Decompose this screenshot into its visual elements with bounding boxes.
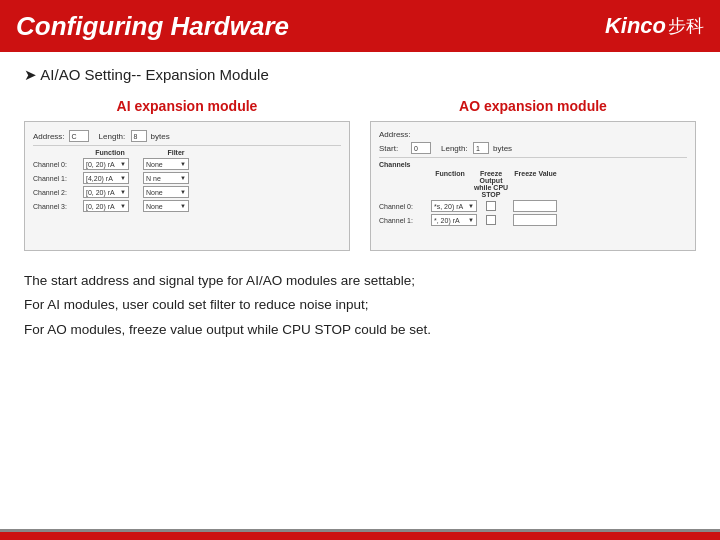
ao-length-value: 1 <box>473 142 489 154</box>
bottom-text-1: The start address and signal type for AI… <box>24 269 696 293</box>
ai-module-label: AI expansion module <box>117 98 258 114</box>
ai-bytes-label: bytes <box>151 132 179 141</box>
ao-ch0-row: Channel 0: *s, 20) rA▼ <box>379 200 687 212</box>
ao-ch1-freeze-value <box>513 214 557 226</box>
ao-ch0-checkbox <box>486 201 496 211</box>
ai-ch2-filter: None▼ <box>143 186 189 198</box>
ai-filter-header: Filter <box>151 149 201 156</box>
ao-ch1-label: Channel 1: <box>379 217 429 224</box>
ao-channels-header: Channels <box>379 161 687 168</box>
ai-ch0-label: Channel 0: <box>33 161 79 168</box>
ai-ch0-function: [0, 20) rA▼ <box>83 158 129 170</box>
ai-address-value: C <box>69 130 89 142</box>
ao-col-blank <box>379 170 429 198</box>
ai-ch3-label: Channel 3: <box>33 203 79 210</box>
ai-length-label: Length: <box>99 132 127 141</box>
ai-ch1-label: Channel 1: <box>33 175 79 182</box>
ai-ch3-function: [0, 20) rA▼ <box>83 200 129 212</box>
ai-ch2-label: Channel 2: <box>33 189 79 196</box>
ao-ch1-checkbox <box>486 215 496 225</box>
ai-module-col: AI expansion module Address: C Length: 8… <box>24 98 350 251</box>
ai-ch1-filter: N ne▼ <box>143 172 189 184</box>
logo-kinco: Kinco <box>605 13 666 39</box>
bottom-text-3: For AO modules, freeze value output whil… <box>24 318 696 342</box>
ai-length-value: 8 <box>131 130 147 142</box>
ao-col-freeze: Freeze Output while CPU STOP <box>471 170 511 198</box>
ao-ch1-function: *, 20) rA▼ <box>431 214 477 226</box>
ao-col-function: Function <box>431 170 469 198</box>
ai-address-label: Address: <box>33 132 65 141</box>
ai-ch0-filter: None▼ <box>143 158 189 170</box>
ao-ch1-row: Channel 1: *, 20) rA▼ <box>379 214 687 226</box>
ao-ch0-label: Channel 0: <box>379 203 429 210</box>
ao-address-label: Address: <box>379 130 419 139</box>
ao-table-header: Function Freeze Output while CPU STOP Fr… <box>379 170 687 198</box>
ai-ch3-filter: None▼ <box>143 200 189 212</box>
ao-length-label: Length: <box>441 144 469 153</box>
bottom-text-block: The start address and signal type for AI… <box>24 269 696 342</box>
ao-col-freeze-value: Freeze Value <box>513 170 558 198</box>
ao-screenshot-box: Address: Start: 0 Length: 1 bytes Channe… <box>370 121 696 251</box>
ao-ch0-function: *s, 20) rA▼ <box>431 200 477 212</box>
bottom-bar <box>0 532 720 540</box>
ao-start-label: Start: <box>379 144 407 153</box>
ai-screenshot-box: Address: C Length: 8 bytes Function Filt… <box>24 121 350 251</box>
ao-ch0-freeze-value <box>513 200 557 212</box>
header: Configuring Hardware Kinco 步科 <box>0 0 720 52</box>
ao-module-col: AO expansion module Address: Start: 0 Le… <box>370 98 696 251</box>
logo-chinese: 步科 <box>668 14 704 38</box>
ai-ch2-function: [0, 20) rA▼ <box>83 186 129 198</box>
bottom-text-2: For AI modules, user could set filter to… <box>24 293 696 317</box>
ai-ch1-function: [4,20) rA▼ <box>83 172 129 184</box>
section-label: ➤ AI/AO Setting-- Expansion Module <box>24 66 696 84</box>
ao-start-value: 0 <box>411 142 431 154</box>
ai-function-header: Function <box>85 149 135 156</box>
page-title: Configuring Hardware <box>16 11 289 42</box>
ao-bytes-label: bytes <box>493 144 521 153</box>
module-row: AI expansion module Address: C Length: 8… <box>24 98 696 251</box>
logo: Kinco 步科 <box>605 13 704 39</box>
main-content: ➤ AI/AO Setting-- Expansion Module AI ex… <box>0 52 720 352</box>
ao-module-label: AO expansion module <box>459 98 607 114</box>
